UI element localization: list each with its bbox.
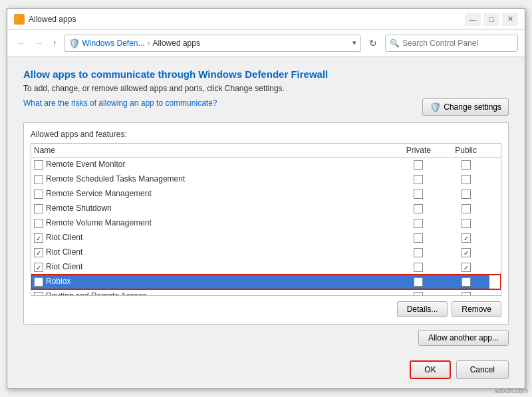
app-name-label: Routing and Remote Access — [46, 291, 146, 296]
back-button[interactable]: ← — [14, 37, 28, 49]
table-row[interactable]: Riot Client — [31, 260, 501, 275]
public-checkbox[interactable] — [462, 292, 471, 296]
apps-section-label: Allowed apps and features: — [31, 130, 501, 139]
public-checkbox[interactable] — [462, 160, 471, 170]
public-checkbox[interactable] — [462, 175, 471, 184]
search-box[interactable]: 🔍 — [385, 35, 518, 52]
refresh-button[interactable]: ↻ — [365, 37, 381, 50]
public-checkbox[interactable] — [462, 204, 471, 213]
minimize-button[interactable]: — — [465, 13, 481, 26]
dropdown-button[interactable]: ▾ — [352, 39, 356, 47]
table-row[interactable]: Riot Client — [31, 231, 501, 245]
page-title: Allow apps to communicate through Window… — [23, 68, 509, 80]
up-button[interactable]: ↑ — [50, 37, 60, 49]
private-checkbox-cell[interactable] — [395, 158, 442, 172]
private-checkbox[interactable] — [414, 175, 423, 184]
public-checkbox-cell[interactable] — [442, 158, 489, 172]
public-checkbox-cell[interactable] — [442, 172, 489, 187]
app-name-cell: Riot Client — [31, 260, 395, 275]
breadcrumb-separator: › — [148, 39, 150, 48]
public-checkbox-cell[interactable] — [442, 231, 489, 245]
private-checkbox[interactable] — [414, 160, 423, 170]
apps-container: Allowed apps and features: Name Private … — [23, 122, 509, 325]
table-row[interactable]: Routing and Remote Access — [31, 289, 501, 297]
private-checkbox[interactable] — [414, 204, 423, 213]
private-checkbox-cell[interactable] — [395, 260, 442, 275]
public-checkbox[interactable] — [462, 248, 471, 257]
public-checkbox[interactable] — [462, 277, 471, 287]
private-checkbox[interactable] — [414, 263, 423, 272]
app-name-cell: Riot Client — [31, 245, 395, 260]
app-checkbox[interactable] — [34, 190, 43, 199]
app-checkbox[interactable] — [34, 277, 43, 287]
app-checkbox[interactable] — [34, 204, 43, 213]
risks-link[interactable]: What are the risks of allowing an app to… — [23, 98, 217, 108]
apps-table-wrapper[interactable]: Name Private Public Remote Event Monitor… — [31, 143, 501, 296]
app-checkbox[interactable] — [34, 160, 43, 170]
app-name-cell: Remote Volume Management — [31, 216, 395, 231]
title-bar-left: 🔶 Allowed apps — [14, 14, 76, 25]
private-checkbox-cell[interactable] — [395, 172, 442, 187]
address-box: 🛡️ Windows Defen... › Allowed apps ▾ — [64, 35, 362, 52]
forward-button[interactable]: → — [32, 37, 46, 49]
app-name-cell: Remote Shutdown — [31, 201, 395, 216]
address-bar: ← → ↑ 🛡️ Windows Defen... › Allowed apps… — [7, 30, 525, 57]
table-row[interactable]: Roblox — [31, 275, 501, 289]
public-checkbox[interactable] — [462, 233, 471, 243]
public-checkbox-cell[interactable] — [442, 216, 489, 231]
table-row[interactable]: Remote Shutdown — [31, 201, 501, 216]
table-row[interactable]: Riot Client — [31, 245, 501, 260]
public-checkbox-cell[interactable] — [442, 275, 489, 289]
public-checkbox[interactable] — [462, 219, 471, 228]
public-checkbox[interactable] — [462, 263, 471, 272]
app-checkbox[interactable] — [34, 248, 43, 257]
table-row[interactable]: Remote Service Management — [31, 187, 501, 201]
app-checkbox[interactable] — [34, 292, 43, 296]
private-checkbox[interactable] — [414, 219, 423, 228]
public-checkbox-cell[interactable] — [442, 201, 489, 216]
public-checkbox-cell[interactable] — [442, 289, 489, 297]
public-checkbox-cell[interactable] — [442, 245, 489, 260]
remove-button[interactable]: Remove — [452, 301, 501, 317]
app-checkbox[interactable] — [34, 233, 43, 243]
private-checkbox[interactable] — [414, 233, 423, 243]
private-checkbox[interactable] — [414, 277, 423, 287]
app-name-label: Riot Client — [46, 233, 82, 242]
table-header-row: Name Private Public — [31, 144, 501, 158]
search-input[interactable] — [402, 39, 513, 48]
app-checkbox[interactable] — [34, 175, 43, 184]
app-checkbox[interactable] — [34, 263, 43, 272]
private-checkbox-cell[interactable] — [395, 187, 442, 201]
search-icon: 🔍 — [390, 39, 400, 48]
private-checkbox-cell[interactable] — [395, 245, 442, 260]
app-checkbox[interactable] — [34, 219, 43, 228]
allow-another-button[interactable]: Allow another app... — [418, 330, 509, 346]
public-checkbox[interactable] — [462, 190, 471, 199]
private-checkbox-cell[interactable] — [395, 216, 442, 231]
close-button[interactable]: ✕ — [502, 13, 518, 26]
private-checkbox[interactable] — [414, 292, 423, 296]
table-row[interactable]: Remote Event Monitor — [31, 158, 501, 172]
table-row[interactable]: Remote Scheduled Tasks Management — [31, 172, 501, 187]
ok-button[interactable]: OK — [410, 360, 450, 379]
change-settings-button[interactable]: 🛡️ Change settings — [422, 98, 509, 116]
table-buttons-row: Details... Remove — [31, 301, 501, 317]
app-name-cell: Remote Scheduled Tasks Management — [31, 172, 395, 187]
private-checkbox-cell[interactable] — [395, 275, 442, 289]
maximize-button[interactable]: □ — [483, 13, 499, 26]
allow-another-row: Allow another app... — [23, 330, 509, 346]
private-checkbox-cell[interactable] — [395, 201, 442, 216]
public-checkbox-cell[interactable] — [442, 260, 489, 275]
public-checkbox-cell[interactable] — [442, 187, 489, 201]
top-row: What are the risks of allowing an app to… — [23, 98, 509, 116]
cancel-button[interactable]: Cancel — [456, 360, 509, 379]
private-checkbox-cell[interactable] — [395, 231, 442, 245]
app-name-cell: Roblox — [31, 275, 395, 289]
private-checkbox-cell[interactable] — [395, 289, 442, 297]
private-checkbox[interactable] — [414, 248, 423, 257]
apps-table: Name Private Public Remote Event Monitor… — [31, 144, 501, 296]
window-title: Allowed apps — [29, 15, 76, 24]
details-button[interactable]: Details... — [397, 301, 448, 317]
table-row[interactable]: Remote Volume Management — [31, 216, 501, 231]
private-checkbox[interactable] — [414, 190, 423, 199]
